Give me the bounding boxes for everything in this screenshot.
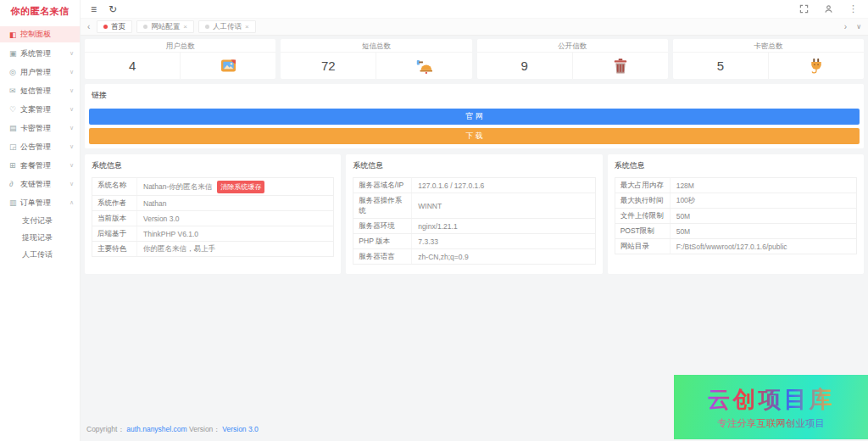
sidebar-item-packages[interactable]: ⊞ 套餐管理 ∨ xyxy=(0,156,80,175)
site-link[interactable]: auth.nanyshel.com xyxy=(126,425,186,433)
sidebar-subitem-withdraw-records[interactable]: 提现记录 xyxy=(0,229,80,246)
sidebar-item-system[interactable]: ▣ 系统管理 ∨ xyxy=(0,44,80,63)
tabs-scroll-left-icon[interactable]: ‹ xyxy=(85,22,92,31)
tabs-scroll-right-icon[interactable]: › xyxy=(842,22,849,31)
sidebar-item-dashboard[interactable]: ◧ 控制面板 xyxy=(0,26,80,42)
stat-card-public-letters: 公开信数 9 xyxy=(477,39,668,79)
stat-card-users: 用户总数 4 xyxy=(85,39,275,79)
tab-home[interactable]: 首页 xyxy=(97,20,132,33)
sidebar-item-copywriting[interactable]: ♡ 文案管理 ∨ xyxy=(0,100,80,119)
info-table: 最大占用内存 128M 最大执行时间 100秒 文件上传限制 50M POS xyxy=(615,177,857,254)
link-icon: ∂ xyxy=(9,180,20,188)
tab-manual-message[interactable]: 人工传话 × xyxy=(198,20,256,33)
watermark-banner: 云创项目库 专注分享互联网创业项目 xyxy=(674,375,868,439)
row-label: 主要特色 xyxy=(92,242,136,256)
panel-title: 系统信息 xyxy=(353,160,595,171)
chevron-down-icon: ∨ xyxy=(70,181,74,187)
dashboard-icon: ◧ xyxy=(9,31,20,39)
topbar-right: ⋮ xyxy=(799,4,858,14)
row-label: 当前版本 xyxy=(92,211,136,226)
clear-cache-button[interactable]: 清除系统缓存 xyxy=(217,181,264,193)
sidebar-subitem-payment-records[interactable]: 支付记录 xyxy=(0,212,80,229)
row-value: 50M xyxy=(676,227,691,236)
sidebar-item-label: 卡密管理 xyxy=(20,123,51,134)
table-row: 最大占用内存 128M xyxy=(615,178,856,193)
row-value: 100秒 xyxy=(676,196,696,206)
order-icon: ▥ xyxy=(9,198,20,207)
sidebar-item-friendlinks[interactable]: ∂ 友链管理 ∨ xyxy=(0,175,80,193)
row-value: 你的匿名来信，易上手 xyxy=(143,244,215,254)
sidebar-item-users[interactable]: ◎ 用户管理 ∨ xyxy=(0,63,80,81)
tab-dot xyxy=(143,25,147,29)
watermark-title: 云创项目库 xyxy=(708,384,835,415)
row-label: 系统作者 xyxy=(92,196,136,210)
table-row: 服务器环境 nginx/1.21.1 xyxy=(353,219,594,234)
tabs-dropdown-icon[interactable]: ∨ xyxy=(854,23,864,31)
row-value: 127.0.1.6 / 127.0.1.6 xyxy=(418,181,484,190)
tab-bar: ‹ 首页 网站配置 × 人工传话 × › ∨ xyxy=(81,19,868,36)
sms-icon: ✉ xyxy=(9,87,20,95)
row-value: F:/BtSoft/wwwroot/127.0.1.6/public xyxy=(676,243,787,251)
row-value: nginx/1.21.1 xyxy=(418,222,457,231)
version-link[interactable]: Version 3.0 xyxy=(222,425,259,433)
row-value: 50M xyxy=(676,212,691,220)
menu-toggle-icon[interactable]: ≡ xyxy=(91,4,97,14)
fullscreen-icon[interactable] xyxy=(799,4,809,14)
stat-value: 5 xyxy=(673,53,768,79)
table-row: 服务器操作系统 WINNT xyxy=(353,193,594,219)
info-table: 服务器域名/IP 127.0.1.6 / 127.0.1.6 服务器操作系统 W… xyxy=(353,177,595,265)
row-value: 7.3.33 xyxy=(418,237,438,246)
sidebar-item-cardkeys[interactable]: ▤ 卡密管理 ∨ xyxy=(0,119,80,137)
row-label: PHP 版本 xyxy=(353,234,411,248)
copywriting-icon: ♡ xyxy=(9,105,20,114)
close-icon[interactable]: × xyxy=(183,23,187,31)
table-row: POST限制 50M xyxy=(615,224,856,239)
row-value: 128M xyxy=(676,181,694,190)
sidebar-item-label: 文案管理 xyxy=(20,104,51,115)
sidebar-item-notice[interactable]: ◲ 公告管理 ∨ xyxy=(0,137,80,156)
table-row: 文件上传限制 50M xyxy=(615,209,856,224)
official-site-button[interactable]: 官 网 xyxy=(89,109,860,125)
stat-card-cardkeys: 卡密总数 5 xyxy=(673,39,864,79)
row-label: 服务器域名/IP xyxy=(353,178,411,193)
close-icon[interactable]: × xyxy=(245,23,249,31)
sidebar-item-label: 套餐管理 xyxy=(20,160,51,171)
sidebar-item-label: 控制面板 xyxy=(20,29,51,40)
panel-title: 系统信息 xyxy=(92,160,334,171)
chevron-down-icon: ∨ xyxy=(70,106,74,113)
system-info-panel-app: 系统信息 系统名称 Nathan-你的匿名来信 清除系统缓存 系统作者 Nath… xyxy=(85,154,341,274)
picture-icon xyxy=(180,53,275,79)
info-table: 系统名称 Nathan-你的匿名来信 清除系统缓存 系统作者 Nathan 当前… xyxy=(92,177,334,257)
user-avatar-icon[interactable] xyxy=(824,4,833,14)
notice-icon: ◲ xyxy=(9,142,20,151)
tab-label: 首页 xyxy=(111,22,125,32)
stat-title: 公开信数 xyxy=(477,39,668,53)
watermark-subtitle: 专注分享互联网创业项目 xyxy=(717,417,825,430)
system-icon: ▣ xyxy=(9,49,20,58)
stat-value: 72 xyxy=(281,53,376,79)
chevron-down-icon: ∨ xyxy=(70,143,74,150)
app-window: 你的匿名来信 ◧ 控制面板 ▣ 系统管理 ∨ ◎ 用户管理 ∨ ✉ 短信管理 ∨… xyxy=(0,0,868,441)
sidebar: 你的匿名来信 ◧ 控制面板 ▣ 系统管理 ∨ ◎ 用户管理 ∨ ✉ 短信管理 ∨… xyxy=(0,0,81,441)
sidebar-subitem-label: 人工传话 xyxy=(22,249,53,260)
refresh-icon[interactable]: ↻ xyxy=(108,4,117,14)
row-label: 文件上传限制 xyxy=(615,209,670,223)
sidebar-item-orders[interactable]: ▥ 订单管理 ∧ xyxy=(0,193,80,212)
tab-site-config[interactable]: 网站配置 × xyxy=(136,20,194,33)
chevron-down-icon: ∨ xyxy=(70,50,74,57)
row-label: 服务器操作系统 xyxy=(353,193,411,218)
row-label: 最大占用内存 xyxy=(615,178,670,193)
download-button[interactable]: 下 载 xyxy=(89,128,860,144)
sidebar-item-sms[interactable]: ✉ 短信管理 ∨ xyxy=(0,81,80,100)
chevron-down-icon: ∨ xyxy=(70,162,74,169)
bell-icon xyxy=(376,53,471,79)
more-vertical-icon[interactable]: ⋮ xyxy=(849,4,858,14)
sidebar-subitem-manual-message[interactable]: 人工传话 xyxy=(0,246,80,263)
row-value: Version 3.0 xyxy=(143,215,180,223)
links-card: 链接 官 网 下 载 xyxy=(85,84,864,148)
top-header: ≡ ↻ ⋮ xyxy=(81,0,868,19)
links-card-title: 链接 xyxy=(92,90,860,101)
stat-title: 卡密总数 xyxy=(673,39,864,53)
sidebar-subitem-label: 提现记录 xyxy=(22,232,53,243)
table-row: PHP 版本 7.3.33 xyxy=(353,234,594,249)
